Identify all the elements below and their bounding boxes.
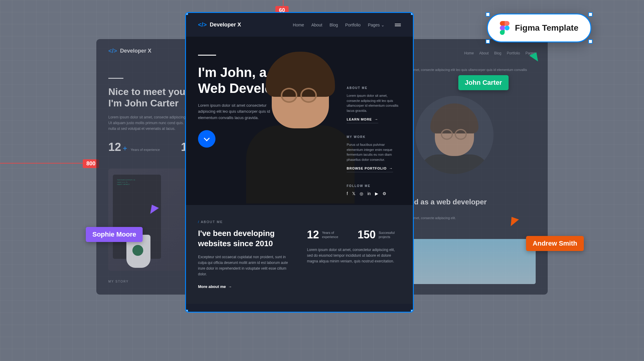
stat-experience: 12+Years of experience [108, 141, 160, 154]
arrow-right-icon: → [228, 285, 232, 289]
hero-photo [243, 62, 358, 205]
about-section-label: ABOUT ME [198, 220, 401, 224]
linkedin-icon[interactable]: in [367, 191, 371, 196]
figma-badge-text: Figma Template [515, 23, 578, 33]
figma-template-badge[interactable]: Figma Template [487, 14, 591, 42]
follow-label: FOLLOW ME [347, 184, 401, 188]
stat-experience: 12Years of experience [307, 228, 345, 241]
figma-icon [500, 21, 509, 35]
nav-portfolio[interactable]: Portfolio [507, 51, 520, 55]
avatar [415, 96, 494, 174]
github-icon[interactable]: ⚙ [382, 191, 386, 196]
hero-text: Lorem ipsum dolor sit amet, consecte adi… [108, 115, 193, 132]
stat-projects: 150Successful projects [358, 228, 401, 241]
resize-handle-tl[interactable] [486, 12, 490, 17]
chevron-down-icon [204, 135, 210, 141]
nav-about[interactable]: About [311, 23, 322, 27]
work-label: MY WORK [347, 135, 401, 139]
browse-portfolio-link[interactable]: BROWSE PORTFOLIO→ [347, 166, 393, 172]
chevron-down-icon: ⌄ [381, 23, 385, 27]
facebook-icon[interactable]: f [347, 191, 348, 196]
about-title: I've been developing websites since 2010 [198, 228, 292, 249]
divider [198, 55, 216, 56]
arrow-right-icon: → [374, 117, 378, 121]
nav-blog[interactable]: Blog [330, 23, 338, 27]
nav-about[interactable]: About [479, 51, 489, 55]
youtube-icon[interactable]: ▶ [375, 191, 378, 196]
resize-handle-bl[interactable] [486, 39, 490, 44]
nav-home[interactable]: Home [464, 51, 474, 55]
twitter-icon[interactable]: 𝕏 [352, 191, 355, 196]
learn-more-link[interactable]: LEARN MORE→ [347, 117, 378, 123]
cursor-label-sophie: Sophie Moore [86, 227, 143, 242]
divider [108, 78, 123, 79]
arrow-right-icon: → [389, 166, 393, 170]
about-text: Excepteur sint occaecat cupidatat non pr… [198, 254, 292, 277]
logo[interactable]: </>Developer X [198, 21, 241, 28]
more-about-link[interactable]: More about me→ [198, 284, 292, 289]
code-icon: </> [198, 21, 207, 28]
cursor-label-john: John Carter [458, 75, 509, 90]
work-text: Purus ut faucibus pulvinar elementum int… [347, 142, 401, 162]
about-right-text: Lorem ipsum dolor sit amet, consectetur … [307, 247, 401, 265]
nav-portfolio[interactable]: Portfolio [345, 23, 361, 27]
about-label: ABOUT ME [347, 86, 401, 90]
scroll-down-button[interactable] [198, 130, 215, 148]
ruler-horizontal [0, 163, 93, 164]
resize-handle-br[interactable] [588, 39, 593, 44]
cursor-label-andrew: Andrew Smith [526, 236, 584, 251]
about-text: Lorem ipsum dolor sit amet, consecte adi… [347, 93, 401, 113]
nav-home[interactable]: Home [293, 23, 304, 27]
nav-blog[interactable]: Blog [494, 51, 501, 55]
resize-handle-tr[interactable] [588, 12, 593, 17]
code-icon: </> [108, 47, 117, 54]
hamburger-icon[interactable] [395, 24, 401, 26]
logo: </>Developer X [108, 47, 151, 54]
nav-pages[interactable]: Pages ⌄ [368, 23, 385, 27]
instagram-icon[interactable]: ◎ [360, 191, 363, 196]
frame-center-selected[interactable]: </>Developer X Home About Blog Portfolio… [185, 12, 414, 313]
